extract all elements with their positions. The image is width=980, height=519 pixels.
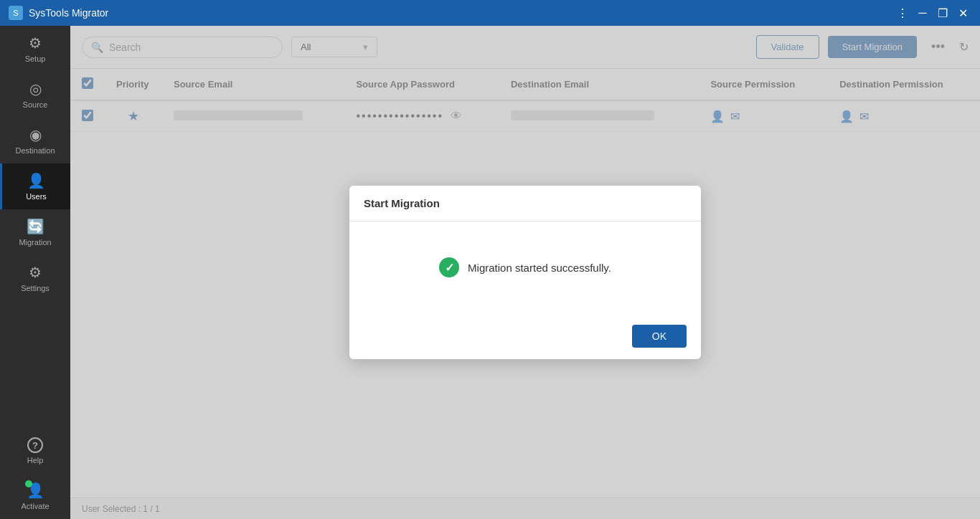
ok-button[interactable]: OK [632,325,687,348]
source-icon: ◎ [29,80,42,97]
help-icon: ? [27,437,43,453]
sidebar-label-settings: Settings [21,284,50,292]
minimize-button[interactable]: ─ [914,4,931,22]
sidebar-item-destination[interactable]: ◉ Destination [0,118,70,163]
modal-header: Start Migration [349,186,701,222]
destination-icon: ◉ [29,126,42,143]
sidebar-label-setup: Setup [25,54,46,63]
sidebar-bottom: ? Help 👤 Activate [0,429,70,519]
migration-icon: 🔄 [27,218,44,235]
sidebar-label-users: Users [26,192,47,201]
modal-overlay: Start Migration ✓ Migration started succ… [70,26,980,519]
sidebar-label-destination: Destination [15,146,55,155]
modal-body: ✓ Migration started successfully. [349,222,701,313]
sidebar-item-migration[interactable]: 🔄 Migration [0,209,70,255]
activate-wrap: 👤 [0,482,70,499]
sidebar-item-help[interactable]: ? Help [0,429,70,473]
settings-icon: ⚙ [29,264,42,281]
sidebar-label-migration: Migration [19,238,51,247]
sidebar: ⚙ Setup ◎ Source ◉ Destination 👤 Users 🔄… [0,26,70,519]
window-controls: ⋮ ─ ❐ ✕ [894,4,971,22]
users-icon: 👤 [27,172,45,189]
success-icon: ✓ [439,257,459,277]
sidebar-label-source: Source [23,100,48,109]
start-migration-modal: Start Migration ✓ Migration started succ… [349,186,701,359]
title-bar: S SysTools Migrator ⋮ ─ ❐ ✕ [0,0,980,26]
app-icon: S [9,6,23,20]
sidebar-label-help: Help [27,456,44,465]
sidebar-item-setup[interactable]: ⚙ Setup [0,26,70,72]
close-button[interactable]: ✕ [954,4,971,22]
activate-dot [25,480,32,487]
modal-message: Migration started successfully. [468,262,611,274]
more-options-button[interactable]: ⋮ [894,4,911,22]
sidebar-item-settings[interactable]: ⚙ Settings [0,255,70,301]
app-title: SysTools Migrator [29,7,108,19]
sidebar-item-source[interactable]: ◎ Source [0,72,70,118]
sidebar-label-activate: Activate [21,502,49,510]
setup-icon: ⚙ [29,34,42,52]
sidebar-item-activate[interactable]: 👤 Activate [0,473,70,519]
maximize-button[interactable]: ❐ [934,4,951,22]
modal-footer: OK [349,313,701,359]
sidebar-item-users[interactable]: 👤 Users [0,163,70,209]
modal-title: Start Migration [364,197,440,209]
